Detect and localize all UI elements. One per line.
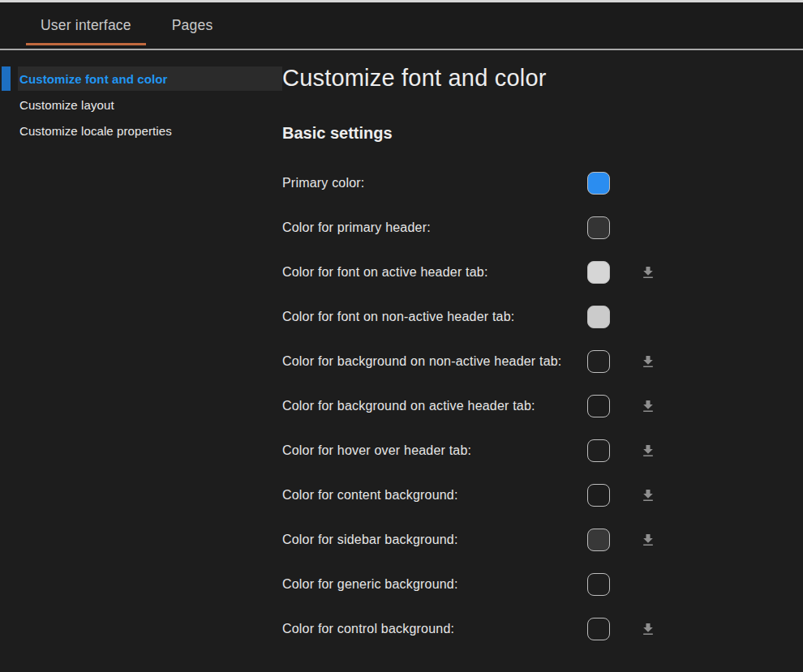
- sidebar-item-customize-font-and-color[interactable]: Customize font and color: [18, 66, 282, 91]
- section-title: Basic settings: [282, 124, 803, 143]
- setting-row: Color for content background:: [282, 484, 803, 507]
- download-icon: [640, 532, 656, 548]
- setting-row: Color for generic background:: [282, 573, 803, 596]
- setting-row: Color for sidebar background:: [282, 529, 803, 551]
- download-icon: [640, 398, 656, 414]
- color-swatch[interactable]: [587, 618, 610, 640]
- setting-label: Color for hover over header tab:: [282, 440, 562, 461]
- color-swatch[interactable]: [587, 261, 610, 284]
- download-icon: [640, 353, 656, 370]
- setting-label: Color for font on non-active header tab:: [282, 306, 562, 327]
- setting-label: Color for generic background:: [282, 574, 562, 595]
- color-swatch[interactable]: [587, 529, 610, 551]
- download-icon: [640, 487, 656, 503]
- tab-user-interface[interactable]: User interface: [32, 2, 140, 49]
- download-button[interactable]: [639, 263, 657, 281]
- setting-row: Color for control background:: [282, 618, 803, 640]
- settings-list: Primary color:Color for primary header:C…: [282, 172, 803, 640]
- setting-label: Color for font on active header tab:: [282, 262, 562, 283]
- sidebar-item-customize-locale-properties[interactable]: Customize locale properties: [18, 118, 282, 143]
- tab-pages[interactable]: Pages: [164, 2, 221, 49]
- color-swatch[interactable]: [587, 484, 610, 507]
- color-swatch[interactable]: [587, 439, 610, 462]
- setting-label: Primary color:: [282, 173, 562, 194]
- color-swatch[interactable]: [587, 395, 610, 417]
- setting-row: Color for font on active header tab:: [282, 261, 803, 284]
- setting-label: Color for control background:: [282, 618, 562, 640]
- download-icon: [640, 264, 656, 280]
- color-swatch[interactable]: [587, 306, 610, 328]
- download-button[interactable]: [639, 486, 657, 504]
- setting-row: Color for hover over header tab:: [282, 439, 803, 462]
- header-tab-bar: User interfacePages: [0, 2, 803, 50]
- page-title: Customize font and color: [282, 65, 803, 92]
- download-icon: [640, 443, 656, 459]
- main-layout: Customize font and colorCustomize layout…: [0, 50, 803, 670]
- download-button[interactable]: [639, 397, 657, 415]
- setting-row: Color for font on non-active header tab:: [282, 306, 803, 328]
- setting-label: Color for primary header:: [282, 217, 562, 238]
- color-swatch[interactable]: [587, 350, 610, 373]
- sidebar-item-customize-layout[interactable]: Customize layout: [18, 92, 282, 117]
- color-swatch[interactable]: [587, 216, 610, 239]
- setting-row: Color for background on non-active heade…: [282, 350, 803, 373]
- sidebar: Customize font and colorCustomize layout…: [0, 50, 282, 670]
- download-button[interactable]: [639, 620, 657, 638]
- setting-label: Color for background on non-active heade…: [282, 351, 562, 372]
- download-icon: [640, 621, 656, 637]
- setting-row: Color for background on active header ta…: [282, 395, 803, 417]
- color-swatch[interactable]: [587, 172, 610, 195]
- setting-label: Color for background on active header ta…: [282, 396, 562, 417]
- download-button[interactable]: [639, 531, 657, 549]
- setting-row: Primary color:: [282, 172, 803, 195]
- download-button[interactable]: [639, 442, 657, 460]
- setting-row: Color for primary header:: [282, 216, 803, 239]
- setting-label: Color for sidebar background:: [282, 529, 562, 550]
- color-swatch[interactable]: [587, 573, 610, 596]
- setting-label: Color for content background:: [282, 485, 562, 506]
- content-panel: Customize font and color Basic settings …: [282, 50, 803, 670]
- download-button[interactable]: [639, 353, 657, 370]
